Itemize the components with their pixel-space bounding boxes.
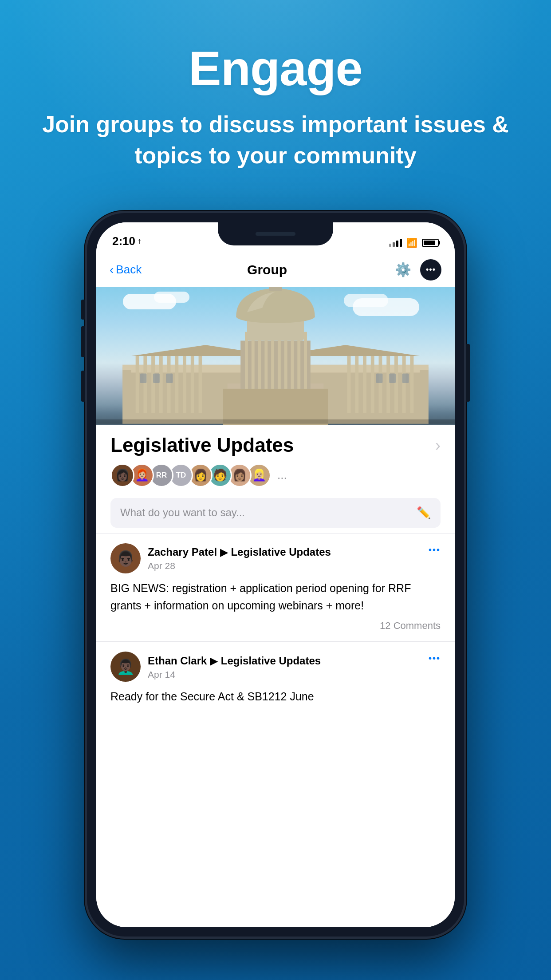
post1-avatar: 👨🏿 bbox=[110, 543, 141, 573]
svg-rect-27 bbox=[245, 332, 248, 389]
svg-rect-10 bbox=[191, 356, 194, 413]
post-placeholder: What do you want to say... bbox=[120, 506, 245, 519]
more-dots-icon: ••• bbox=[426, 265, 436, 274]
post1-date: Apr 28 bbox=[148, 561, 331, 571]
capitol-svg bbox=[96, 287, 455, 425]
svg-rect-8 bbox=[175, 356, 178, 413]
svg-rect-19 bbox=[402, 356, 406, 413]
member-avatar-1: 👩🏿 bbox=[110, 463, 134, 487]
svg-rect-47 bbox=[153, 374, 160, 383]
post2-avatar: 👨🏿‍🦱 bbox=[110, 652, 141, 682]
group-name: Legislative Updates bbox=[110, 435, 294, 456]
svg-rect-14 bbox=[363, 356, 366, 413]
post2-more-button[interactable]: ••• bbox=[429, 653, 441, 664]
signal-icon bbox=[389, 239, 402, 247]
group-hero-image bbox=[96, 287, 455, 425]
nav-bar: ‹ Back Group ⚙️ ••• bbox=[96, 253, 455, 287]
screen-content: Legislative Updates › 👩🏿 👩🏼‍🦰 RR bbox=[96, 287, 455, 927]
more-button[interactable]: ••• bbox=[420, 259, 441, 281]
post1-comments-count[interactable]: 12 Comments bbox=[110, 620, 441, 632]
wifi-icon: 📶 bbox=[406, 237, 417, 248]
phone-notch bbox=[218, 222, 333, 245]
svg-rect-46 bbox=[140, 374, 147, 383]
post2-author-line: Ethan Clark ▶ Legislative Updates bbox=[148, 654, 321, 668]
svg-rect-25 bbox=[223, 389, 328, 425]
phone-mockup: 2:10 ↑ 📶 bbox=[85, 211, 466, 939]
nav-title: Group bbox=[247, 262, 287, 277]
post1-author-line: Zachary Patel ▶ Legislative Updates bbox=[148, 545, 331, 559]
svg-rect-16 bbox=[379, 356, 382, 413]
svg-rect-12 bbox=[347, 356, 351, 413]
svg-rect-3 bbox=[136, 356, 139, 413]
svg-rect-40 bbox=[269, 287, 282, 291]
post2-body: Ready for the Secure Act & SB1212 June bbox=[110, 688, 441, 705]
svg-rect-48 bbox=[166, 374, 173, 383]
back-label: Back bbox=[116, 263, 142, 277]
svg-rect-13 bbox=[355, 356, 358, 413]
svg-rect-49 bbox=[376, 374, 383, 383]
group-name-row[interactable]: Legislative Updates › bbox=[96, 425, 455, 456]
gear-button[interactable]: ⚙️ bbox=[393, 259, 414, 281]
svg-rect-4 bbox=[143, 356, 147, 413]
svg-rect-51 bbox=[402, 374, 409, 383]
back-button[interactable]: ‹ Back bbox=[110, 263, 142, 277]
svg-rect-5 bbox=[151, 356, 155, 413]
svg-rect-20 bbox=[410, 356, 413, 413]
post1-body: BIG NEWS: registration + application per… bbox=[110, 580, 441, 614]
svg-rect-6 bbox=[159, 356, 163, 413]
svg-rect-15 bbox=[371, 356, 374, 413]
group-chevron-icon: › bbox=[435, 436, 441, 455]
svg-rect-17 bbox=[386, 356, 390, 413]
svg-rect-36 bbox=[304, 332, 307, 389]
members-more-label: ... bbox=[277, 468, 287, 482]
post1-more-button[interactable]: ••• bbox=[429, 545, 441, 555]
post-edit-icon[interactable]: ✏️ bbox=[417, 506, 431, 520]
svg-rect-9 bbox=[183, 356, 186, 413]
members-row: 👩🏿 👩🏼‍🦰 RR TD 👩 � bbox=[96, 456, 455, 494]
location-icon: ↑ bbox=[138, 237, 142, 246]
gear-icon: ⚙️ bbox=[395, 262, 411, 277]
post-item-1: 👨🏿 Zachary Patel ▶ Legislative Updates A… bbox=[96, 533, 455, 642]
back-chevron-icon: ‹ bbox=[110, 263, 114, 277]
svg-rect-11 bbox=[199, 356, 202, 413]
svg-rect-50 bbox=[389, 374, 396, 383]
svg-rect-7 bbox=[167, 356, 171, 413]
post-item-2: 👨🏿‍🦱 Ethan Clark ▶ Legislative Updates A… bbox=[96, 642, 455, 715]
battery-icon bbox=[422, 239, 439, 247]
svg-rect-18 bbox=[394, 356, 398, 413]
svg-rect-52 bbox=[96, 419, 455, 424]
post2-date: Apr 14 bbox=[148, 669, 321, 680]
status-time: 2:10 bbox=[112, 234, 135, 248]
post-input-bar[interactable]: What do you want to say... ✏️ bbox=[110, 498, 441, 528]
